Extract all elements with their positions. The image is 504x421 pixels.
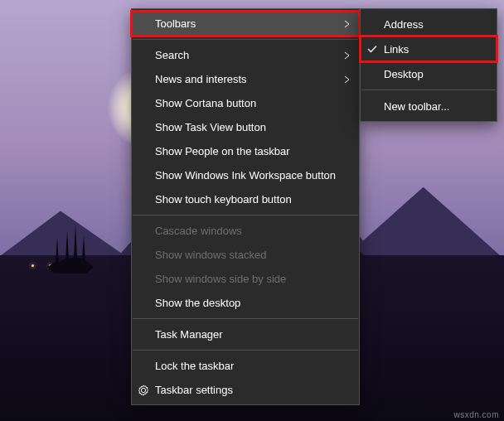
watermark-text: wsxdn.com [453, 410, 499, 419]
menu-item-label: Show Task View button [155, 121, 266, 133]
menu-item-search[interactable]: Search [132, 43, 359, 67]
menu-item-label: Address [384, 18, 424, 31]
menu-item-label: Show windows side by side [155, 273, 286, 285]
menu-item-task-manager[interactable]: Task Manager [132, 322, 359, 346]
chevron-right-icon [344, 20, 351, 28]
menu-item-label: News and interests [155, 73, 247, 85]
menu-item-news-and-interests[interactable]: News and interests [132, 67, 359, 91]
taskbar-context-menu: Toolbars Search News and interests Show … [131, 8, 360, 405]
chevron-right-icon [344, 75, 351, 84]
menu-separator [133, 318, 358, 319]
menu-item-lock-the-taskbar[interactable]: Lock the taskbar [132, 354, 359, 378]
chevron-right-icon [344, 51, 351, 60]
menu-item-label: Show Cortana button [155, 97, 256, 109]
menu-item-show-windows-side-by-side: Show windows side by side [132, 267, 359, 291]
menu-item-label: Show the desktop [155, 297, 240, 309]
menu-item-label: Search [155, 49, 189, 61]
menu-separator [361, 90, 496, 90]
menu-item-taskbar-settings[interactable]: Taskbar settings [132, 378, 359, 402]
menu-item-label: Taskbar settings [155, 384, 233, 396]
menu-item-show-windows-stacked: Show windows stacked [132, 243, 359, 267]
menu-item-label: Task Manager [155, 328, 223, 341]
toolbars-submenu: Address Links Desktop New toolbar... [360, 8, 497, 122]
wallpaper-ship [46, 219, 95, 275]
menu-item-show-ink-workspace[interactable]: Show Windows Ink Workspace button [132, 163, 359, 187]
menu-item-show-people[interactable]: Show People on the taskbar [132, 139, 359, 163]
menu-item-label: Links [384, 43, 409, 56]
menu-item-show-touch-keyboard[interactable]: Show touch keyboard button [132, 187, 359, 211]
submenu-item-address[interactable]: Address [361, 12, 497, 36]
gear-icon [137, 384, 150, 397]
menu-separator [133, 39, 358, 40]
menu-item-label: Show People on the taskbar [155, 145, 290, 157]
menu-item-label: Cascade windows [155, 225, 242, 237]
menu-item-label: Desktop [384, 68, 424, 80]
menu-item-show-cortana-button[interactable]: Show Cortana button [132, 91, 359, 115]
menu-item-show-the-desktop[interactable]: Show the desktop [132, 291, 359, 315]
menu-item-label: New toolbar... [384, 100, 450, 113]
menu-item-label: Show touch keyboard button [155, 193, 292, 206]
menu-item-toolbars[interactable]: Toolbars [132, 12, 359, 36]
menu-item-label: Lock the taskbar [155, 360, 234, 372]
check-icon [366, 42, 379, 56]
menu-item-show-task-view-button[interactable]: Show Task View button [132, 115, 359, 139]
menu-item-label: Show Windows Ink Workspace button [155, 169, 336, 181]
menu-separator [133, 350, 358, 351]
submenu-item-links[interactable]: Links [361, 36, 497, 61]
menu-separator [133, 215, 358, 215]
menu-item-label: Toolbars [155, 17, 196, 30]
menu-item-label: Show windows stacked [155, 249, 266, 261]
menu-item-cascade-windows: Cascade windows [132, 219, 359, 243]
submenu-item-desktop[interactable]: Desktop [361, 61, 497, 86]
submenu-item-new-toolbar[interactable]: New toolbar... [361, 94, 497, 119]
